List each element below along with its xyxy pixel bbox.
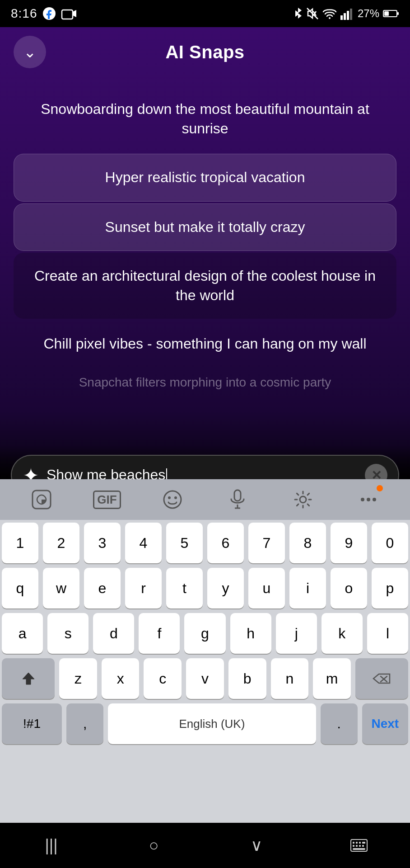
bottom-nav: ||| ○ ∨ [0, 823, 410, 868]
key-p[interactable]: p [372, 568, 408, 609]
key-e[interactable]: e [84, 568, 121, 609]
list-item[interactable]: Snowboarding down the most beautiful mou… [14, 86, 396, 152]
key-f[interactable]: f [139, 613, 180, 654]
key-1[interactable]: 1 [2, 523, 38, 563]
gif-label: GIF [93, 491, 121, 509]
key-t[interactable]: t [166, 568, 203, 609]
symbol-key[interactable]: !#1 [2, 703, 62, 744]
signal-icon [340, 7, 354, 20]
qwerty-row: q w e r t y u i o p [2, 568, 408, 609]
svg-rect-30 [353, 845, 354, 847]
key-a[interactable]: a [2, 613, 43, 654]
key-y[interactable]: y [207, 568, 244, 609]
status-bar: 8:16 27% [0, 0, 410, 27]
list-item[interactable]: Chill pixel vibes - something I can hang… [14, 321, 396, 367]
nav-back-button[interactable]: ||| [33, 827, 70, 863]
period-key[interactable]: . [321, 703, 358, 744]
svg-rect-31 [356, 845, 358, 847]
key-b[interactable]: b [228, 658, 266, 699]
more-icon[interactable] [350, 481, 387, 518]
zxcv-row: z x c v b n m [2, 658, 408, 699]
camera-icon [61, 7, 77, 20]
key-q[interactable]: q [2, 568, 38, 609]
mute-icon [306, 7, 319, 20]
key-7[interactable]: 7 [248, 523, 285, 563]
comma-key[interactable]: , [66, 703, 103, 744]
settings-icon[interactable] [285, 481, 321, 518]
number-row: 1 2 3 4 5 6 7 8 9 0 [2, 523, 408, 563]
status-time: 8:16 [11, 6, 37, 21]
key-s[interactable]: s [47, 613, 89, 654]
battery-icon [383, 9, 399, 18]
keyboard-area: GIF [0, 479, 410, 841]
key-j[interactable]: j [276, 613, 317, 654]
key-x[interactable]: x [102, 658, 140, 699]
status-left-icons [42, 6, 77, 21]
prompt-text: Hyper realistic tropical vacation [105, 168, 305, 187]
back-button[interactable]: ⌄ [14, 36, 46, 68]
key-r[interactable]: r [125, 568, 162, 609]
key-g[interactable]: g [184, 613, 225, 654]
key-0[interactable]: 0 [372, 523, 408, 563]
prompt-text: Create an architectural design of the co… [23, 266, 387, 305]
mic-icon[interactable] [219, 481, 256, 518]
backspace-key[interactable] [355, 658, 408, 699]
svg-point-20 [361, 498, 364, 501]
svg-rect-34 [353, 848, 365, 850]
key-3[interactable]: 3 [84, 523, 121, 563]
list-item[interactable]: Create an architectural design of the co… [14, 253, 396, 319]
list-item[interactable]: Sunset but make it totally crazy [14, 203, 396, 251]
key-k[interactable]: k [321, 613, 363, 654]
prompt-text: Snowboarding down the most beautiful mou… [23, 99, 387, 138]
key-v[interactable]: v [186, 658, 224, 699]
status-left: 8:16 [11, 6, 77, 21]
key-2[interactable]: 2 [43, 523, 79, 563]
chevron-down-icon: ⌄ [23, 44, 36, 60]
key-i[interactable]: i [289, 568, 326, 609]
prompt-text: Sunset but make it totally crazy [105, 217, 305, 237]
nav-keyboard-button[interactable] [341, 827, 377, 863]
key-c[interactable]: c [144, 658, 182, 699]
key-rows: 1 2 3 4 5 6 7 8 9 0 q w e r t y u i o p … [0, 520, 410, 841]
svg-rect-6 [344, 13, 346, 20]
nav-recents-button[interactable]: ∨ [238, 827, 275, 863]
svg-rect-33 [362, 845, 364, 847]
emoji-icon[interactable] [154, 481, 191, 518]
wifi-icon [322, 7, 337, 20]
key-9[interactable]: 9 [331, 523, 367, 563]
key-6[interactable]: 6 [207, 523, 244, 563]
prompt-text: Snapchat filters morphing into a cosmic … [79, 374, 331, 391]
svg-rect-1 [62, 10, 73, 19]
nav-home-button[interactable]: ○ [136, 827, 172, 863]
svg-rect-29 [362, 842, 365, 844]
key-u[interactable]: u [248, 568, 285, 609]
key-h[interactable]: h [230, 613, 271, 654]
svg-point-13 [164, 491, 181, 508]
space-key[interactable]: English (UK) [108, 703, 316, 744]
gif-icon[interactable]: GIF [89, 481, 125, 518]
key-d[interactable]: d [93, 613, 134, 654]
key-w[interactable]: w [43, 568, 79, 609]
svg-point-21 [367, 498, 370, 501]
svg-rect-28 [359, 842, 361, 844]
key-m[interactable]: m [313, 658, 351, 699]
app-container: ⌄ AI Snaps Snowboarding down the most be… [0, 27, 410, 506]
list-item-partial[interactable]: Snapchat filters morphing into a cosmic … [14, 369, 396, 396]
key-4[interactable]: 4 [125, 523, 162, 563]
header: ⌄ AI Snaps [0, 27, 410, 77]
svg-rect-7 [347, 11, 349, 20]
key-8[interactable]: 8 [289, 523, 326, 563]
next-key[interactable]: Next [362, 703, 408, 744]
key-l[interactable]: l [367, 613, 408, 654]
list-item[interactable]: Hyper realistic tropical vacation [14, 154, 396, 201]
svg-point-14 [168, 496, 171, 499]
key-n[interactable]: n [271, 658, 309, 699]
bottom-row: !#1 , English (UK) . Next [2, 703, 408, 744]
svg-rect-10 [397, 12, 399, 15]
key-5[interactable]: 5 [166, 523, 203, 563]
key-o[interactable]: o [331, 568, 367, 609]
svg-point-4 [329, 17, 331, 19]
shift-key[interactable] [2, 658, 55, 699]
key-z[interactable]: z [59, 658, 97, 699]
sticker-icon[interactable] [23, 481, 60, 518]
